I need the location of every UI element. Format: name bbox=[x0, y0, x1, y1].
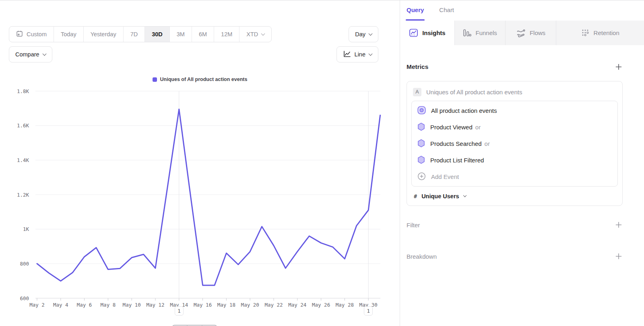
chevron-down-icon bbox=[42, 52, 46, 56]
chevron-down-icon bbox=[369, 52, 373, 56]
line-chart-icon bbox=[343, 50, 351, 59]
filter-section-header: Filter bbox=[407, 221, 623, 229]
tab-flows[interactable]: Flows bbox=[505, 21, 556, 45]
event-row[interactable]: Product List Filtered bbox=[412, 152, 617, 168]
measurement-label: Unique Users bbox=[421, 193, 459, 199]
date-range-control: CustomTodayYesterday7D30D3M6M12MXTD bbox=[9, 26, 272, 42]
chart-legend[interactable]: Uniques of All product action events bbox=[0, 77, 400, 82]
x-axis-label: May 2 bbox=[29, 302, 45, 308]
range-xtd[interactable]: XTD bbox=[239, 27, 271, 42]
tab-label: Insights bbox=[422, 29, 446, 36]
y-axis-label: 1.8K bbox=[17, 88, 29, 94]
filter-heading: Filter bbox=[407, 222, 420, 228]
metrics-heading: Metrics bbox=[407, 63, 428, 71]
or-operator: or bbox=[485, 140, 490, 147]
range-12m[interactable]: 12M bbox=[214, 27, 239, 42]
y-axis-label: 800 bbox=[20, 261, 29, 267]
breakdown-section-header: Breakdown bbox=[407, 252, 623, 260]
event-row[interactable]: Product Viewedor bbox=[412, 119, 617, 135]
add-metric-button[interactable] bbox=[615, 63, 623, 71]
breakdown-heading: Breakdown bbox=[407, 253, 437, 260]
event-label: Product Viewed bbox=[430, 124, 473, 131]
event-row[interactable]: All product action events bbox=[412, 102, 617, 119]
range-yesterday[interactable]: Yesterday bbox=[84, 27, 124, 42]
toolbar-top-row: CustomTodayYesterday7D30D3M6M12MXTD Day bbox=[9, 26, 378, 42]
metric-card-header: A Uniques of All product action events bbox=[411, 86, 618, 98]
or-operator: or bbox=[475, 124, 481, 131]
panel-header-tabs: Query Chart bbox=[400, 0, 644, 21]
y-axis-label: 1.6K bbox=[17, 123, 29, 129]
tab-chart-label: Chart bbox=[439, 6, 454, 13]
chart-type-label: Line bbox=[355, 51, 365, 58]
app-window: 6008001K1.2K1.4K1.6K1.8KMay 2May 4May 6M… bbox=[0, 0, 644, 326]
granularity-button[interactable]: Day bbox=[349, 26, 378, 42]
chevron-down-icon bbox=[261, 31, 265, 35]
y-axis-label: 1.4K bbox=[17, 157, 29, 163]
add-filter-button[interactable] bbox=[615, 221, 623, 229]
chart-type-button[interactable]: Line bbox=[336, 46, 378, 62]
add-event-button[interactable]: Add Event bbox=[412, 168, 617, 185]
add-breakdown-button[interactable] bbox=[615, 252, 623, 260]
active-tab-underline bbox=[406, 19, 425, 21]
range-label: Custom bbox=[27, 31, 47, 37]
legend-label: Uniques of All product action events bbox=[160, 77, 248, 82]
insights-icon bbox=[409, 28, 418, 37]
retention-icon bbox=[581, 29, 590, 37]
y-axis-label: 600 bbox=[20, 295, 29, 301]
tab-insights[interactable]: Insights bbox=[400, 21, 454, 45]
custom-event-icon bbox=[417, 106, 426, 116]
add-event-label: Add Event bbox=[431, 173, 459, 180]
x-axis-label: May 4 bbox=[53, 302, 68, 308]
event-hexagon-icon bbox=[417, 139, 425, 149]
metric-card-title: Uniques of All product action events bbox=[426, 89, 522, 96]
report-type-tabs: InsightsFunnelsFlowsRetention bbox=[400, 21, 644, 45]
chart-area: 6008001K1.2K1.4K1.6K1.8KMay 2May 4May 6M… bbox=[0, 0, 400, 326]
y-axis-label: 1.2K bbox=[17, 192, 29, 198]
annotation-badge[interactable]: 1 bbox=[175, 306, 184, 316]
event-hexagon-icon bbox=[417, 156, 425, 165]
range-today[interactable]: Today bbox=[54, 27, 84, 42]
x-axis-label: May 6 bbox=[77, 302, 92, 308]
granularity-label: Day bbox=[355, 31, 365, 37]
event-hexagon-icon bbox=[417, 123, 425, 132]
tab-label: Flows bbox=[530, 29, 545, 36]
metric-letter-badge: A bbox=[413, 88, 421, 96]
tab-chart[interactable]: Chart bbox=[439, 6, 454, 21]
range-label: XTD bbox=[246, 31, 258, 37]
measurement-dropdown[interactable]: # Unique Users bbox=[411, 187, 618, 206]
compare-label: Compare bbox=[15, 51, 39, 58]
x-axis-label: May 28 bbox=[336, 302, 354, 308]
x-axis-label: May 26 bbox=[312, 302, 330, 308]
range-custom[interactable]: Custom bbox=[9, 27, 54, 42]
series-line[interactable] bbox=[37, 109, 380, 285]
hash-icon: # bbox=[414, 193, 417, 199]
x-axis-label: May 16 bbox=[194, 302, 212, 308]
x-axis-label: May 8 bbox=[101, 302, 116, 308]
range-7d[interactable]: 7D bbox=[124, 27, 145, 42]
chevron-down-icon bbox=[369, 31, 373, 35]
tab-funnels[interactable]: Funnels bbox=[454, 21, 505, 45]
range-label: 12M bbox=[221, 31, 232, 37]
event-list-card: All product action eventsProduct Viewedo… bbox=[411, 101, 618, 187]
metric-card: A Uniques of All product action events A… bbox=[407, 81, 623, 206]
tab-query[interactable]: Query bbox=[407, 6, 424, 21]
toolbar-second-row: Compare Line bbox=[9, 46, 378, 62]
x-axis-label: May 10 bbox=[123, 302, 141, 308]
event-row[interactable]: Products Searchedor bbox=[412, 135, 617, 152]
range-label: 3M bbox=[177, 31, 185, 37]
range-label: 7D bbox=[130, 31, 138, 37]
x-axis-label: May 18 bbox=[217, 302, 235, 308]
range-6m[interactable]: 6M bbox=[192, 27, 214, 42]
x-axis-label: May 12 bbox=[146, 302, 164, 308]
y-axis-label: 1K bbox=[23, 226, 29, 232]
annotation-badge[interactable]: 1 bbox=[364, 306, 373, 316]
compare-button[interactable]: Compare bbox=[9, 46, 52, 62]
range-30d[interactable]: 30D bbox=[145, 27, 170, 42]
tab-query-label: Query bbox=[407, 6, 424, 13]
metrics-section-header: Metrics bbox=[407, 63, 623, 71]
range-3m[interactable]: 3M bbox=[170, 27, 192, 42]
tab-retention[interactable]: Retention bbox=[556, 21, 644, 45]
x-axis-label: May 24 bbox=[288, 302, 306, 308]
tab-label: Funnels bbox=[475, 29, 497, 36]
range-label: 30D bbox=[152, 31, 163, 37]
